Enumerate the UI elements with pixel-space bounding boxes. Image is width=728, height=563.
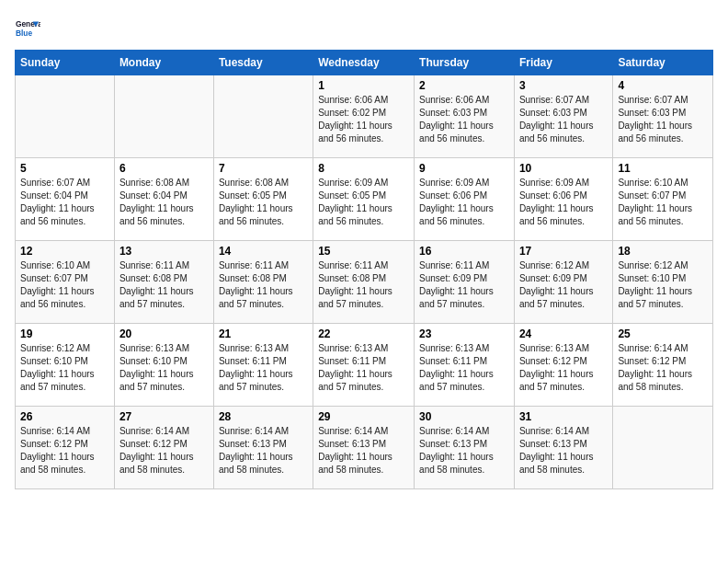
- day-number: 15: [318, 245, 409, 258]
- calendar-cell: [613, 407, 713, 489]
- calendar-cell: 27Sunrise: 6:14 AM Sunset: 6:12 PM Dayli…: [114, 407, 213, 489]
- day-info: Sunrise: 6:10 AM Sunset: 6:07 PM Dayligh…: [618, 177, 708, 228]
- day-number: 6: [119, 162, 209, 175]
- calendar-cell: 4Sunrise: 6:07 AM Sunset: 6:03 PM Daylig…: [613, 75, 713, 158]
- calendar-cell: [16, 75, 115, 158]
- calendar-cell: [213, 75, 313, 158]
- calendar-cell: 19Sunrise: 6:12 AM Sunset: 6:10 PM Dayli…: [16, 324, 115, 407]
- calendar-cell: 18Sunrise: 6:12 AM Sunset: 6:10 PM Dayli…: [613, 241, 713, 324]
- weekday-header-saturday: Saturday: [613, 51, 713, 75]
- svg-text:Blue: Blue: [16, 29, 32, 38]
- day-info: Sunrise: 6:12 AM Sunset: 6:09 PM Dayligh…: [519, 259, 608, 311]
- weekday-header-friday: Friday: [514, 51, 612, 75]
- day-info: Sunrise: 6:07 AM Sunset: 6:03 PM Dayligh…: [519, 94, 608, 145]
- calendar-cell: 3Sunrise: 6:07 AM Sunset: 6:03 PM Daylig…: [514, 75, 612, 158]
- day-number: 22: [318, 327, 409, 340]
- day-info: Sunrise: 6:09 AM Sunset: 6:06 PM Dayligh…: [419, 177, 509, 228]
- calendar-cell: 23Sunrise: 6:13 AM Sunset: 6:11 PM Dayli…: [415, 324, 515, 407]
- day-number: 24: [519, 327, 608, 340]
- day-info: Sunrise: 6:09 AM Sunset: 6:05 PM Dayligh…: [318, 177, 409, 228]
- day-number: 1: [318, 79, 409, 92]
- day-info: Sunrise: 6:14 AM Sunset: 6:13 PM Dayligh…: [419, 425, 509, 477]
- week-row-2: 5Sunrise: 6:07 AM Sunset: 6:04 PM Daylig…: [16, 158, 713, 241]
- calendar-cell: 8Sunrise: 6:09 AM Sunset: 6:05 PM Daylig…: [313, 158, 415, 241]
- calendar-cell: 15Sunrise: 6:11 AM Sunset: 6:08 PM Dayli…: [313, 241, 415, 324]
- day-number: 11: [618, 162, 708, 175]
- week-row-3: 12Sunrise: 6:10 AM Sunset: 6:07 PM Dayli…: [16, 241, 713, 324]
- day-number: 2: [419, 79, 509, 92]
- weekday-header-sunday: Sunday: [16, 51, 115, 75]
- calendar-cell: 10Sunrise: 6:09 AM Sunset: 6:06 PM Dayli…: [514, 158, 612, 241]
- page-header: GeneralBlue: [15, 15, 713, 40]
- calendar-cell: 22Sunrise: 6:13 AM Sunset: 6:11 PM Dayli…: [313, 324, 415, 407]
- day-number: 12: [20, 245, 109, 258]
- day-number: 29: [318, 410, 409, 423]
- day-number: 13: [119, 245, 209, 258]
- day-info: Sunrise: 6:07 AM Sunset: 6:04 PM Dayligh…: [20, 177, 109, 228]
- calendar-cell: 11Sunrise: 6:10 AM Sunset: 6:07 PM Dayli…: [613, 158, 713, 241]
- day-number: 14: [219, 245, 308, 258]
- weekday-header-monday: Monday: [114, 51, 213, 75]
- day-info: Sunrise: 6:07 AM Sunset: 6:03 PM Dayligh…: [618, 94, 708, 145]
- day-info: Sunrise: 6:06 AM Sunset: 6:03 PM Dayligh…: [419, 94, 509, 145]
- day-number: 30: [419, 410, 509, 423]
- calendar-cell: 12Sunrise: 6:10 AM Sunset: 6:07 PM Dayli…: [16, 241, 115, 324]
- calendar-table: SundayMondayTuesdayWednesdayThursdayFrid…: [15, 50, 713, 489]
- day-info: Sunrise: 6:13 AM Sunset: 6:11 PM Dayligh…: [318, 342, 409, 394]
- day-number: 25: [618, 327, 708, 340]
- day-number: 23: [419, 327, 509, 340]
- day-number: 21: [219, 327, 308, 340]
- calendar-cell: 26Sunrise: 6:14 AM Sunset: 6:12 PM Dayli…: [16, 407, 115, 489]
- day-info: Sunrise: 6:11 AM Sunset: 6:08 PM Dayligh…: [119, 259, 209, 311]
- weekday-header-wednesday: Wednesday: [313, 51, 415, 75]
- calendar-cell: 5Sunrise: 6:07 AM Sunset: 6:04 PM Daylig…: [16, 158, 115, 241]
- day-info: Sunrise: 6:13 AM Sunset: 6:11 PM Dayligh…: [419, 342, 509, 394]
- day-info: Sunrise: 6:13 AM Sunset: 6:12 PM Dayligh…: [519, 342, 608, 394]
- calendar-cell: [114, 75, 213, 158]
- day-number: 3: [519, 79, 608, 92]
- calendar-cell: 13Sunrise: 6:11 AM Sunset: 6:08 PM Dayli…: [114, 241, 213, 324]
- day-number: 16: [419, 245, 509, 258]
- day-info: Sunrise: 6:12 AM Sunset: 6:10 PM Dayligh…: [20, 342, 109, 394]
- day-number: 27: [119, 410, 209, 423]
- day-info: Sunrise: 6:08 AM Sunset: 6:05 PM Dayligh…: [219, 177, 308, 228]
- day-number: 19: [20, 327, 109, 340]
- day-number: 7: [219, 162, 308, 175]
- calendar-cell: 31Sunrise: 6:14 AM Sunset: 6:13 PM Dayli…: [514, 407, 612, 489]
- day-number: 8: [318, 162, 409, 175]
- day-info: Sunrise: 6:09 AM Sunset: 6:06 PM Dayligh…: [519, 177, 608, 228]
- day-number: 10: [519, 162, 608, 175]
- day-number: 17: [519, 245, 608, 258]
- day-info: Sunrise: 6:11 AM Sunset: 6:08 PM Dayligh…: [219, 259, 308, 311]
- day-info: Sunrise: 6:14 AM Sunset: 6:13 PM Dayligh…: [219, 425, 308, 477]
- weekday-header-row: SundayMondayTuesdayWednesdayThursdayFrid…: [16, 51, 713, 75]
- calendar-cell: 28Sunrise: 6:14 AM Sunset: 6:13 PM Dayli…: [213, 407, 313, 489]
- day-info: Sunrise: 6:08 AM Sunset: 6:04 PM Dayligh…: [119, 177, 209, 228]
- day-number: 5: [20, 162, 109, 175]
- calendar-cell: 16Sunrise: 6:11 AM Sunset: 6:09 PM Dayli…: [415, 241, 515, 324]
- week-row-4: 19Sunrise: 6:12 AM Sunset: 6:10 PM Dayli…: [16, 324, 713, 407]
- day-number: 28: [219, 410, 308, 423]
- calendar-cell: 29Sunrise: 6:14 AM Sunset: 6:13 PM Dayli…: [313, 407, 415, 489]
- weekday-header-tuesday: Tuesday: [213, 51, 313, 75]
- calendar-cell: 7Sunrise: 6:08 AM Sunset: 6:05 PM Daylig…: [213, 158, 313, 241]
- day-info: Sunrise: 6:14 AM Sunset: 6:12 PM Dayligh…: [618, 342, 708, 394]
- calendar-cell: 2Sunrise: 6:06 AM Sunset: 6:03 PM Daylig…: [415, 75, 515, 158]
- calendar-cell: 9Sunrise: 6:09 AM Sunset: 6:06 PM Daylig…: [415, 158, 515, 241]
- day-number: 4: [618, 79, 708, 92]
- calendar-cell: 1Sunrise: 6:06 AM Sunset: 6:02 PM Daylig…: [313, 75, 415, 158]
- day-number: 20: [119, 327, 209, 340]
- week-row-1: 1Sunrise: 6:06 AM Sunset: 6:02 PM Daylig…: [16, 75, 713, 158]
- day-info: Sunrise: 6:14 AM Sunset: 6:12 PM Dayligh…: [20, 425, 109, 477]
- day-info: Sunrise: 6:11 AM Sunset: 6:08 PM Dayligh…: [318, 259, 409, 311]
- day-info: Sunrise: 6:13 AM Sunset: 6:10 PM Dayligh…: [119, 342, 209, 394]
- weekday-header-thursday: Thursday: [415, 51, 515, 75]
- logo-icon: GeneralBlue: [15, 15, 40, 40]
- calendar-cell: 21Sunrise: 6:13 AM Sunset: 6:11 PM Dayli…: [213, 324, 313, 407]
- calendar-cell: 6Sunrise: 6:08 AM Sunset: 6:04 PM Daylig…: [114, 158, 213, 241]
- logo: GeneralBlue: [15, 15, 40, 40]
- day-number: 9: [419, 162, 509, 175]
- calendar-cell: 30Sunrise: 6:14 AM Sunset: 6:13 PM Dayli…: [415, 407, 515, 489]
- day-number: 26: [20, 410, 109, 423]
- day-info: Sunrise: 6:14 AM Sunset: 6:13 PM Dayligh…: [318, 425, 409, 477]
